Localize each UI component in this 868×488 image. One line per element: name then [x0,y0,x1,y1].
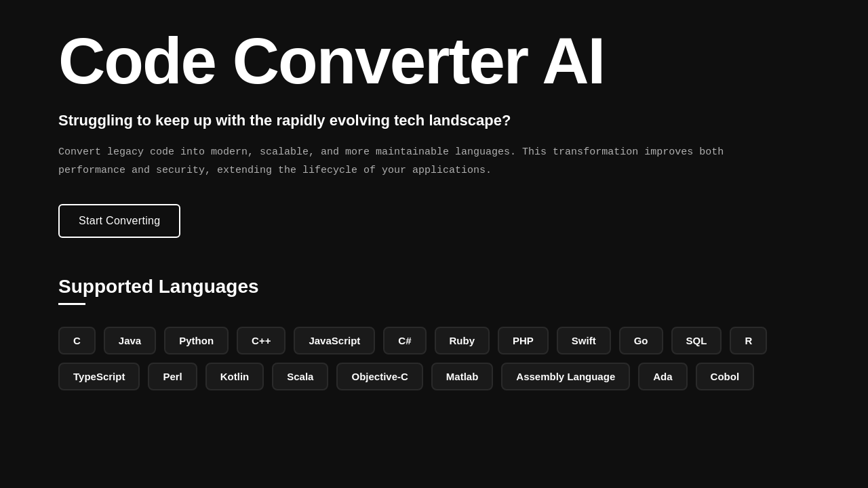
language-badge: Objective-C [336,363,422,390]
language-badge: Python [164,327,229,354]
language-badge: Scala [272,363,328,390]
language-badge: Perl [148,363,197,390]
page-title: Code Converter AI [58,27,810,96]
start-converting-button[interactable]: Start Converting [58,204,180,238]
language-badge: TypeScript [58,363,140,390]
language-badge: PHP [498,327,549,354]
language-badge: Kotlin [205,363,264,390]
language-badge: Java [104,327,156,354]
language-badge: C++ [237,327,285,354]
languages-row-2: TypeScriptPerlKotlinScalaObjective-CMatl… [58,363,810,390]
language-badge: C [58,327,96,354]
language-badge: C# [383,327,426,354]
language-badge: Ruby [435,327,490,354]
language-badge: Swift [557,327,611,354]
language-badge: SQL [671,327,722,354]
supported-languages-section: Supported Languages CJavaPythonC++JavaSc… [58,276,810,390]
hero-subtitle: Struggling to keep up with the rapidly e… [58,112,810,129]
language-badge: Cobol [696,363,755,390]
title-underline [58,303,85,305]
main-container: Code Converter AI Struggling to keep up … [0,0,868,426]
language-badge: Assembly Language [501,363,630,390]
hero-description: Convert legacy code into modern, scalabl… [58,143,777,180]
language-badge: R [730,327,767,354]
supported-languages-title: Supported Languages [58,276,810,298]
language-badge: JavaScript [294,327,375,354]
language-badge: Ada [638,363,687,390]
languages-row-1: CJavaPythonC++JavaScriptC#RubyPHPSwiftGo… [58,327,810,354]
language-badge: Go [619,327,663,354]
language-badge: Matlab [431,363,494,390]
